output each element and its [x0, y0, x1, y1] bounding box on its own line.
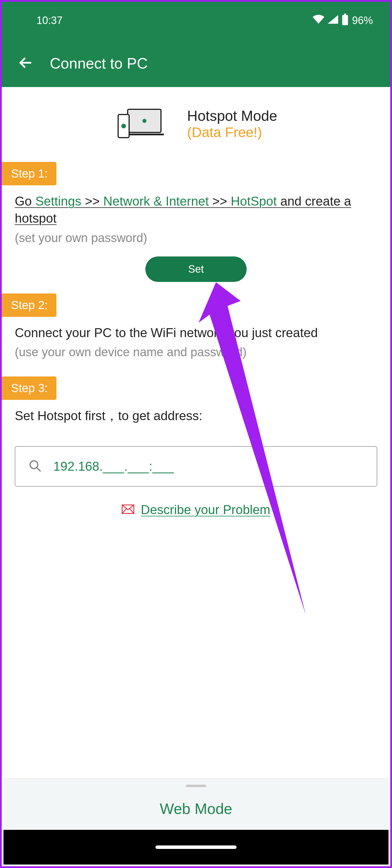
- step2-instruction: Connect your PC to the WiFi network you …: [2, 317, 390, 341]
- hero-title: Hotspot Mode: [187, 107, 277, 124]
- status-bar: 10:37 96%: [2, 2, 390, 39]
- set-button[interactable]: Set: [145, 256, 247, 282]
- home-indicator-icon[interactable]: [156, 845, 236, 849]
- ip-address-value: 192.168.___.___:___: [53, 459, 174, 474]
- network-link[interactable]: Network & Internet: [103, 194, 209, 208]
- web-mode-label: Web Mode: [160, 800, 232, 817]
- step2-hint: (use your own device name and password): [2, 341, 390, 359]
- main-content: Hotspot Mode (Data Free!) Step 1: Go Set…: [2, 87, 390, 517]
- svg-point-7: [30, 461, 38, 468]
- app-bar: Connect to PC: [2, 39, 390, 87]
- page-title: Connect to PC: [50, 55, 148, 72]
- ip-address-box[interactable]: 192.168.___.___:___: [15, 446, 377, 487]
- battery-percent: 96%: [352, 14, 373, 27]
- mail-icon: [121, 504, 134, 516]
- hero-text: Hotspot Mode (Data Free!): [187, 107, 277, 140]
- hotspot-link[interactable]: HotSpot: [231, 194, 277, 208]
- step1-sep1: >>: [81, 194, 103, 208]
- android-nav-bar: [3, 830, 389, 865]
- bottom-panel[interactable]: Web Mode: [3, 778, 389, 830]
- svg-rect-0: [344, 13, 346, 15]
- step1-instruction[interactable]: Go Settings >> Network & Internet >> Hot…: [2, 185, 390, 227]
- devices-icon: [115, 106, 164, 142]
- step3-badge: Step 3:: [2, 376, 56, 400]
- step1-hint: (set your own password): [2, 227, 390, 245]
- step1-go: Go: [15, 194, 35, 208]
- step1-sep2: >>: [209, 194, 231, 208]
- drag-handle-icon[interactable]: [186, 785, 206, 787]
- search-icon: [28, 459, 42, 474]
- step1-badge: Step 1:: [2, 162, 56, 185]
- signal-icon: [328, 14, 338, 27]
- step2-badge: Step 2:: [2, 293, 56, 317]
- describe-problem-link[interactable]: Describe your Problem: [141, 502, 271, 517]
- wifi-icon: [313, 14, 324, 27]
- hero: Hotspot Mode (Data Free!): [2, 87, 390, 162]
- battery-icon: [342, 13, 348, 28]
- back-arrow-icon[interactable]: [18, 55, 34, 72]
- step3-instruction: Set Hotspot first，to get address:: [2, 400, 390, 424]
- hero-subtitle: (Data Free!): [187, 124, 277, 140]
- svg-point-6: [121, 124, 126, 128]
- svg-point-3: [142, 119, 146, 123]
- status-time: 10:37: [36, 14, 62, 27]
- describe-problem-row[interactable]: Describe your Problem: [2, 487, 390, 517]
- svg-rect-1: [342, 15, 348, 25]
- settings-link[interactable]: Settings: [35, 194, 81, 208]
- status-right: 96%: [313, 13, 373, 28]
